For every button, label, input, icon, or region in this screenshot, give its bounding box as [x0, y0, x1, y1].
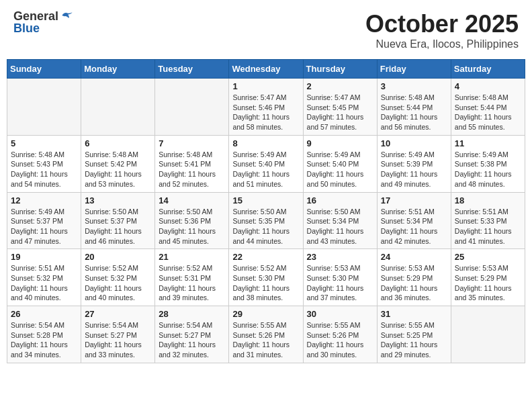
day-number: 10: [381, 138, 447, 148]
calendar-cell: 5Sunrise: 5:48 AMSunset: 5:43 PMDaylight…: [7, 135, 81, 192]
day-number: 15: [232, 195, 299, 205]
day-number: 16: [307, 195, 373, 205]
day-info: Sunrise: 5:53 AMSunset: 5:29 PMDaylight:…: [455, 263, 521, 303]
calendar-cell: 22Sunrise: 5:52 AMSunset: 5:30 PMDayligh…: [229, 249, 303, 306]
calendar-cell: 10Sunrise: 5:49 AMSunset: 5:39 PMDayligh…: [377, 135, 451, 192]
logo-bird-icon: [60, 9, 73, 22]
day-number: 8: [232, 138, 299, 148]
calendar-cell: 16Sunrise: 5:50 AMSunset: 5:34 PMDayligh…: [303, 192, 377, 249]
calendar-cell: 26Sunrise: 5:54 AMSunset: 5:28 PMDayligh…: [7, 306, 81, 363]
day-info: Sunrise: 5:48 AMSunset: 5:42 PMDaylight:…: [85, 150, 151, 189]
calendar-cell: 4Sunrise: 5:48 AMSunset: 5:44 PMDaylight…: [451, 79, 525, 136]
day-number: 11: [455, 138, 521, 148]
calendar-cell: 19Sunrise: 5:51 AMSunset: 5:32 PMDayligh…: [7, 249, 81, 306]
day-number: 31: [381, 309, 447, 319]
header-sunday: Sunday: [7, 60, 81, 79]
day-number: 23: [307, 252, 373, 262]
day-number: 13: [85, 195, 151, 205]
day-number: 6: [85, 138, 151, 148]
calendar-cell: [81, 79, 155, 136]
calendar-cell: 11Sunrise: 5:49 AMSunset: 5:38 PMDayligh…: [451, 135, 525, 192]
day-info: Sunrise: 5:49 AMSunset: 5:40 PMDaylight:…: [232, 150, 299, 189]
calendar-cell: 2Sunrise: 5:47 AMSunset: 5:45 PMDaylight…: [303, 79, 377, 136]
day-info: Sunrise: 5:54 AMSunset: 5:27 PMDaylight:…: [85, 320, 151, 360]
calendar-cell: 7Sunrise: 5:48 AMSunset: 5:41 PMDaylight…: [155, 135, 229, 192]
calendar-table: SundayMondayTuesdayWednesdayThursdayFrid…: [7, 59, 525, 363]
calendar-cell: 14Sunrise: 5:50 AMSunset: 5:36 PMDayligh…: [155, 192, 229, 249]
day-info: Sunrise: 5:52 AMSunset: 5:30 PMDaylight:…: [232, 263, 299, 303]
calendar-cell: 31Sunrise: 5:55 AMSunset: 5:25 PMDayligh…: [377, 306, 451, 363]
day-number: 30: [307, 309, 373, 319]
day-number: 24: [381, 252, 447, 262]
day-info: Sunrise: 5:49 AMSunset: 5:40 PMDaylight:…: [307, 150, 373, 189]
calendar-cell: 1Sunrise: 5:47 AMSunset: 5:46 PMDaylight…: [229, 79, 303, 136]
day-info: Sunrise: 5:55 AMSunset: 5:25 PMDaylight:…: [381, 320, 447, 360]
day-info: Sunrise: 5:54 AMSunset: 5:28 PMDaylight:…: [11, 320, 77, 360]
calendar-cell: 28Sunrise: 5:54 AMSunset: 5:27 PMDayligh…: [155, 306, 229, 363]
header-friday: Friday: [377, 60, 451, 79]
header-thursday: Thursday: [303, 60, 377, 79]
calendar-cell: 6Sunrise: 5:48 AMSunset: 5:42 PMDaylight…: [81, 135, 155, 192]
calendar-cell: 18Sunrise: 5:51 AMSunset: 5:33 PMDayligh…: [451, 192, 525, 249]
day-number: 18: [455, 195, 521, 205]
day-info: Sunrise: 5:47 AMSunset: 5:46 PMDaylight:…: [232, 93, 299, 132]
day-number: 14: [159, 195, 225, 205]
calendar-week-3: 12Sunrise: 5:49 AMSunset: 5:37 PMDayligh…: [7, 192, 525, 249]
calendar-week-5: 26Sunrise: 5:54 AMSunset: 5:28 PMDayligh…: [7, 306, 525, 363]
day-number: 4: [455, 81, 521, 91]
day-number: 12: [11, 195, 77, 205]
calendar-cell: 24Sunrise: 5:53 AMSunset: 5:29 PMDayligh…: [377, 249, 451, 306]
day-number: 9: [307, 138, 373, 148]
day-info: Sunrise: 5:50 AMSunset: 5:36 PMDaylight:…: [159, 207, 225, 246]
day-info: Sunrise: 5:55 AMSunset: 5:26 PMDaylight:…: [232, 320, 299, 360]
day-number: 5: [11, 138, 77, 148]
calendar-cell: 12Sunrise: 5:49 AMSunset: 5:37 PMDayligh…: [7, 192, 81, 249]
day-number: 26: [11, 309, 77, 319]
calendar-cell: 21Sunrise: 5:52 AMSunset: 5:31 PMDayligh…: [155, 249, 229, 306]
location-title: Nueva Era, Ilocos, Philippines: [365, 38, 519, 50]
day-info: Sunrise: 5:48 AMSunset: 5:43 PMDaylight:…: [11, 150, 77, 189]
title-block: October 2025 Nueva Era, Ilocos, Philippi…: [365, 10, 519, 50]
day-info: Sunrise: 5:51 AMSunset: 5:32 PMDaylight:…: [11, 263, 77, 303]
header-tuesday: Tuesday: [155, 60, 229, 79]
calendar-cell: 30Sunrise: 5:55 AMSunset: 5:26 PMDayligh…: [303, 306, 377, 363]
calendar-cell: 25Sunrise: 5:53 AMSunset: 5:29 PMDayligh…: [451, 249, 525, 306]
day-number: 29: [232, 309, 299, 319]
day-info: Sunrise: 5:51 AMSunset: 5:34 PMDaylight:…: [381, 207, 447, 246]
calendar-cell: [155, 79, 229, 136]
day-info: Sunrise: 5:54 AMSunset: 5:27 PMDaylight:…: [159, 320, 225, 360]
day-number: 25: [455, 252, 521, 262]
day-info: Sunrise: 5:53 AMSunset: 5:29 PMDaylight:…: [381, 263, 447, 303]
calendar-week-4: 19Sunrise: 5:51 AMSunset: 5:32 PMDayligh…: [7, 249, 525, 306]
day-number: 28: [159, 309, 225, 319]
calendar-cell: 23Sunrise: 5:53 AMSunset: 5:30 PMDayligh…: [303, 249, 377, 306]
day-number: 17: [381, 195, 447, 205]
day-number: 19: [11, 252, 77, 262]
day-number: 22: [232, 252, 299, 262]
calendar-cell: 20Sunrise: 5:52 AMSunset: 5:32 PMDayligh…: [81, 249, 155, 306]
day-info: Sunrise: 5:48 AMSunset: 5:44 PMDaylight:…: [455, 93, 521, 132]
calendar-week-1: 1Sunrise: 5:47 AMSunset: 5:46 PMDaylight…: [7, 79, 525, 136]
page-header: General Blue October 2025 Nueva Era, Ilo…: [7, 7, 525, 54]
day-info: Sunrise: 5:48 AMSunset: 5:44 PMDaylight:…: [381, 93, 447, 132]
day-info: Sunrise: 5:52 AMSunset: 5:32 PMDaylight:…: [85, 263, 151, 303]
calendar-cell: 3Sunrise: 5:48 AMSunset: 5:44 PMDaylight…: [377, 79, 451, 136]
calendar-cell: [451, 306, 525, 363]
calendar-header-row: SundayMondayTuesdayWednesdayThursdayFrid…: [7, 60, 525, 79]
day-info: Sunrise: 5:55 AMSunset: 5:26 PMDaylight:…: [307, 320, 373, 360]
day-info: Sunrise: 5:47 AMSunset: 5:45 PMDaylight:…: [307, 93, 373, 132]
day-info: Sunrise: 5:52 AMSunset: 5:31 PMDaylight:…: [159, 263, 225, 303]
calendar-cell: 17Sunrise: 5:51 AMSunset: 5:34 PMDayligh…: [377, 192, 451, 249]
day-number: 27: [85, 309, 151, 319]
calendar-cell: 8Sunrise: 5:49 AMSunset: 5:40 PMDaylight…: [229, 135, 303, 192]
day-info: Sunrise: 5:49 AMSunset: 5:37 PMDaylight:…: [11, 207, 77, 246]
day-info: Sunrise: 5:50 AMSunset: 5:34 PMDaylight:…: [307, 207, 373, 246]
calendar-cell: [7, 79, 81, 136]
month-title: October 2025: [365, 10, 519, 38]
calendar-cell: 15Sunrise: 5:50 AMSunset: 5:35 PMDayligh…: [229, 192, 303, 249]
calendar-cell: 29Sunrise: 5:55 AMSunset: 5:26 PMDayligh…: [229, 306, 303, 363]
day-info: Sunrise: 5:53 AMSunset: 5:30 PMDaylight:…: [307, 263, 373, 303]
day-number: 1: [232, 81, 299, 91]
calendar-cell: 27Sunrise: 5:54 AMSunset: 5:27 PMDayligh…: [81, 306, 155, 363]
logo-text-blue: Blue: [13, 22, 40, 36]
